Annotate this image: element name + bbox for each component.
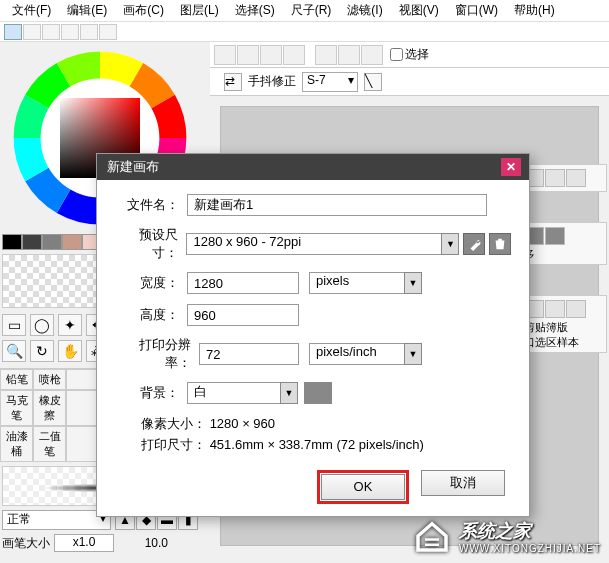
dialog-titlebar[interactable]: 新建画布 ✕ bbox=[97, 154, 529, 180]
sel-mode-sub-icon[interactable] bbox=[260, 45, 282, 65]
swatch-tan[interactable] bbox=[62, 234, 82, 250]
watermark-url: WWW.XITONGZHIJIA.NET bbox=[459, 543, 601, 554]
rotate-tool-icon[interactable]: ↻ bbox=[30, 340, 54, 362]
colorwheel-mode-icon[interactable] bbox=[4, 24, 22, 40]
brush-tab-airbrush[interactable]: 喷枪 bbox=[33, 369, 66, 390]
menu-help[interactable]: 帮助(H) bbox=[506, 2, 563, 19]
rpanel-strip-c[interactable] bbox=[566, 300, 586, 318]
stabilizer-icon[interactable]: ⇄ bbox=[224, 73, 242, 91]
brush-tab-15[interactable] bbox=[66, 426, 99, 462]
menu-bar: 文件(F) 编辑(E) 画布(C) 图层(L) 选择(S) 尺子(R) 滤镜(I… bbox=[0, 0, 609, 22]
preset-label: 预设尺寸： bbox=[115, 226, 186, 262]
pixelsize-value: 1280 × 960 bbox=[210, 416, 275, 431]
swatch-gray[interactable] bbox=[42, 234, 62, 250]
bg-select[interactable]: 白 bbox=[187, 382, 281, 404]
top-toolbar bbox=[0, 22, 609, 42]
menu-layer[interactable]: 图层(L) bbox=[172, 2, 227, 19]
preset-select[interactable]: 1280 x 960 - 72ppi bbox=[186, 233, 442, 255]
brush-tab-pencil[interactable]: 铅笔 bbox=[0, 369, 33, 390]
bg-color-swatch[interactable] bbox=[304, 382, 332, 404]
close-button[interactable]: ✕ bbox=[501, 158, 521, 176]
rect-select-tool-icon[interactable]: ▭ bbox=[2, 314, 26, 336]
dpi-unit-dropdown-icon[interactable]: ▼ bbox=[404, 343, 422, 365]
dpi-input[interactable] bbox=[199, 343, 299, 365]
hsv-mode-icon[interactable] bbox=[42, 24, 60, 40]
height-input[interactable] bbox=[187, 304, 299, 326]
brush-tab-3[interactable] bbox=[66, 369, 99, 390]
menu-view[interactable]: 视图(V) bbox=[391, 2, 447, 19]
preset-dropdown-icon[interactable]: ▼ bbox=[441, 233, 459, 255]
stabilizer-label: 手抖修正 bbox=[248, 73, 296, 90]
new-canvas-dialog: 新建画布 ✕ 文件名： 预设尺寸： 1280 x 960 - 72ppi ▼ 宽… bbox=[96, 153, 530, 517]
sel-shape-1-icon[interactable] bbox=[315, 45, 337, 65]
rgb-slider-mode-icon[interactable] bbox=[23, 24, 41, 40]
rpanel-strip-b[interactable] bbox=[545, 300, 565, 318]
watermark: 系统之家 WWW.XITONGZHIJIA.NET bbox=[411, 515, 601, 557]
stabilizer-bar: ⇄ 手抖修正 S-7 ╲ bbox=[210, 68, 609, 96]
width-input[interactable] bbox=[187, 272, 299, 294]
right-panel: 多 剪贴簿版 口选区样本 bbox=[519, 160, 609, 357]
sel-mode-int-icon[interactable] bbox=[283, 45, 305, 65]
brush-tab-eraser[interactable]: 橡皮擦 bbox=[33, 390, 66, 426]
height-label: 高度： bbox=[115, 306, 187, 324]
bg-label: 背景： bbox=[115, 384, 187, 402]
brush-tab-bucket[interactable]: 油漆桶 bbox=[0, 426, 33, 462]
rpanel-apply-label: 口选区样本 bbox=[524, 335, 604, 350]
printsize-value: 451.6mm × 338.7mm (72 pixels/inch) bbox=[210, 437, 424, 452]
brush-tab-9[interactable] bbox=[66, 390, 99, 426]
menu-ruler[interactable]: 尺子(R) bbox=[283, 2, 340, 19]
swatch-darkgray[interactable] bbox=[22, 234, 42, 250]
menu-edit[interactable]: 编辑(E) bbox=[59, 2, 115, 19]
menu-file[interactable]: 文件(F) bbox=[4, 2, 59, 19]
blend-mode-select[interactable]: 正常 bbox=[2, 510, 111, 530]
select-checkbox-label: 选择 bbox=[405, 46, 429, 63]
palette-mode-icon[interactable] bbox=[61, 24, 79, 40]
filename-label: 文件名： bbox=[115, 196, 187, 214]
width-unit-dropdown-icon[interactable]: ▼ bbox=[404, 272, 422, 294]
bg-dropdown-icon[interactable]: ▼ bbox=[280, 382, 298, 404]
width-unit-select[interactable]: pixels bbox=[309, 272, 405, 294]
brush-size-label: 画笔大小 bbox=[2, 535, 50, 552]
menu-filter[interactable]: 滤镜(I) bbox=[339, 2, 390, 19]
menu-canvas[interactable]: 画布(C) bbox=[115, 2, 172, 19]
stabilizer-select[interactable]: S-7 bbox=[302, 72, 358, 92]
pixelsize-label: 像素大小： bbox=[141, 416, 206, 431]
sel-shape-2-icon[interactable] bbox=[338, 45, 360, 65]
sel-mode-new-icon[interactable] bbox=[214, 45, 236, 65]
lasso-tool-icon[interactable]: ◯ bbox=[30, 314, 54, 336]
dialog-title: 新建画布 bbox=[107, 158, 159, 176]
zoom-tool-icon[interactable]: 🔍 bbox=[2, 340, 26, 362]
rpanel-text-1: 多 bbox=[524, 247, 604, 262]
trash-icon bbox=[493, 237, 507, 251]
rpanel-clipboard-label: 剪贴簿版 bbox=[524, 320, 604, 335]
ok-button[interactable]: OK bbox=[321, 474, 405, 500]
watermark-name: 系统之家 bbox=[459, 521, 531, 541]
brush-size-value: 10.0 bbox=[118, 536, 168, 550]
hand-tool-icon[interactable]: ✋ bbox=[58, 340, 82, 362]
wand-tool-icon[interactable]: ✦ bbox=[58, 314, 82, 336]
wrench-icon bbox=[467, 237, 481, 251]
cancel-button[interactable]: 取消 bbox=[421, 470, 505, 496]
swatch-black[interactable] bbox=[2, 234, 22, 250]
brush-tab-marker[interactable]: 马克笔 bbox=[0, 390, 33, 426]
stabilizer-line-icon[interactable]: ╲ bbox=[364, 73, 382, 91]
dpi-label: 打印分辨率： bbox=[115, 336, 199, 372]
rpanel-btn-gear-icon[interactable] bbox=[545, 227, 565, 245]
brush-size-mult[interactable]: x1.0 bbox=[54, 534, 114, 552]
sel-mode-add-icon[interactable] bbox=[237, 45, 259, 65]
preset-delete-button[interactable] bbox=[489, 233, 511, 255]
menu-window[interactable]: 窗口(W) bbox=[447, 2, 506, 19]
sel-shape-3-icon[interactable] bbox=[361, 45, 383, 65]
brush-tab-binary[interactable]: 二值笔 bbox=[33, 426, 66, 462]
scratch-mode-icon[interactable] bbox=[99, 24, 117, 40]
preset-save-button[interactable] bbox=[463, 233, 485, 255]
select-checkbox[interactable] bbox=[390, 48, 403, 61]
layer-chip-2[interactable] bbox=[545, 169, 565, 187]
printsize-label: 打印尺寸： bbox=[141, 437, 206, 452]
filename-input[interactable] bbox=[187, 194, 487, 216]
layer-chip-3[interactable] bbox=[566, 169, 586, 187]
swatch-mode-icon[interactable] bbox=[80, 24, 98, 40]
watermark-logo-icon bbox=[411, 515, 453, 557]
dpi-unit-select[interactable]: pixels/inch bbox=[309, 343, 405, 365]
menu-select[interactable]: 选择(S) bbox=[227, 2, 283, 19]
